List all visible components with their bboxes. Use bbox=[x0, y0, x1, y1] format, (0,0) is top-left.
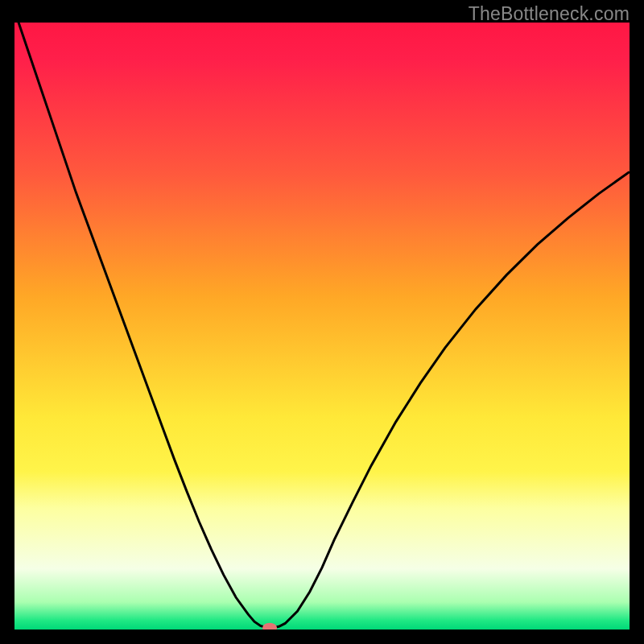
gradient-background bbox=[14, 23, 630, 630]
bottleneck-chart: TheBottleneck.com bbox=[0, 0, 644, 644]
watermark-text: TheBottleneck.com bbox=[469, 3, 630, 25]
plot-svg bbox=[14, 23, 630, 630]
